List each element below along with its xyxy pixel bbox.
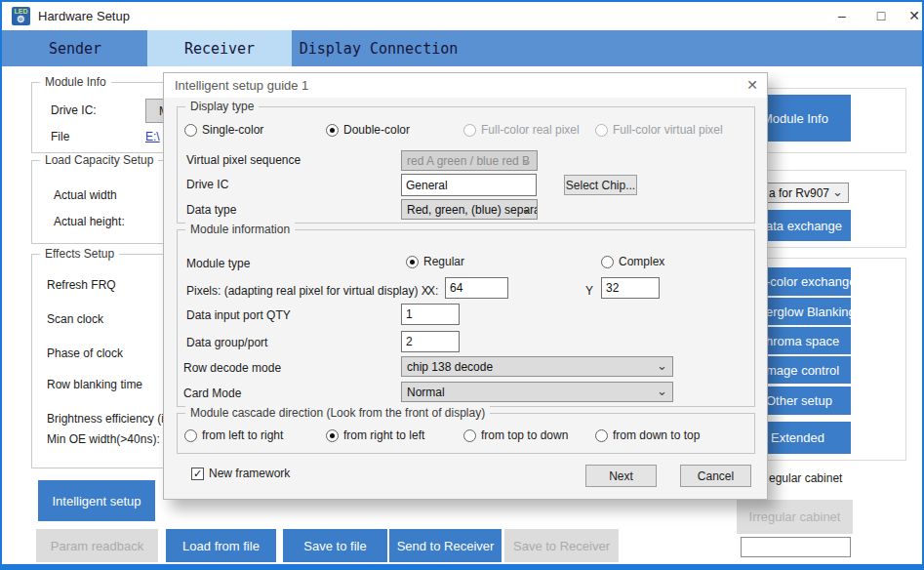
- title-bar: LED⚙ Hardware Setup – □ ✕: [2, 2, 922, 30]
- radio-regular[interactable]: Regular: [406, 255, 464, 268]
- select-chip-button[interactable]: Select Chip...: [564, 175, 637, 195]
- row-decode-mode-dropdown[interactable]: chip 138 decode ⌄: [401, 356, 673, 377]
- row-decode-mode-value: chip 138 decode: [407, 360, 493, 374]
- minimize-icon: –: [838, 8, 846, 23]
- display-type-legend: Display type: [185, 100, 259, 113]
- pixels-x-input[interactable]: [445, 277, 508, 299]
- radio-top-to-down[interactable]: from top to down: [463, 428, 568, 442]
- save-to-receiver-button[interactable]: Save to Receiver: [504, 529, 619, 562]
- tab-receiver[interactable]: Receiver: [147, 30, 292, 66]
- radio-circle-icon: [184, 429, 197, 442]
- module-type-label: Module type: [186, 257, 250, 270]
- data-type-value: Red, green, (blue) separa: [407, 203, 538, 217]
- card-mode-value: Normal: [407, 386, 445, 399]
- data-type-label: Data type: [186, 203, 236, 217]
- radio-single-color[interactable]: Single-color: [184, 123, 263, 137]
- radio-complex[interactable]: Complex: [601, 255, 664, 268]
- row-blanking-time-label: Row blanking time: [47, 378, 142, 391]
- param-readback-button[interactable]: Param readback: [36, 529, 158, 562]
- radio-circle-icon: [595, 124, 608, 137]
- save-to-file-button[interactable]: Save to file: [283, 529, 387, 562]
- brightness-efficiency-label: Brightness efficiency (ind: [47, 412, 177, 426]
- cascade-direction-legend: Module cascade direction (Look from the …: [185, 406, 490, 420]
- data-group-port-input[interactable]: [401, 331, 460, 352]
- virtual-pixel-sequence-value: red A green / blue red B: [407, 154, 530, 168]
- module-info-legend: Module Info: [40, 75, 111, 89]
- row-decode-mode-label: Row decode mode: [183, 361, 281, 375]
- hardware-setup-window: LED⚙ Hardware Setup – □ ✕ Sender Receive…: [0, 0, 924, 570]
- cabinet-value-input[interactable]: [741, 537, 851, 557]
- radio-circle-icon: [326, 124, 339, 137]
- rv907-dropdown-value: a for Rv907: [769, 186, 829, 200]
- drive-ic-label: Drive IC:: [51, 103, 97, 117]
- phase-of-clock-label: Phase of clock: [47, 346, 123, 360]
- radio-circle-icon: [601, 256, 614, 268]
- app-led-icon: LED⚙: [12, 7, 30, 25]
- regular-cabinet-label: egular cabinet: [769, 471, 842, 485]
- data-input-port-qty-input[interactable]: [401, 304, 460, 325]
- chevron-down-icon: ⌄: [521, 201, 532, 216]
- dialog-title-bar: Intelligent setup guide 1 ✕: [164, 73, 767, 98]
- pixels-y-input[interactable]: [601, 277, 660, 299]
- tab-display-connection[interactable]: Display Connection: [292, 30, 465, 66]
- intelligent-setup-dialog: Intelligent setup guide 1 ✕ Display type…: [163, 72, 768, 500]
- pixels-x-label: X:: [427, 284, 438, 298]
- chevron-down-icon: ⌄: [832, 184, 843, 199]
- checkbox-checkmark-icon: ✓: [191, 468, 204, 480]
- new-framework-checkbox[interactable]: ✓ New framework: [191, 467, 290, 480]
- cancel-button[interactable]: Cancel: [680, 465, 751, 487]
- radio-circle-icon: [406, 256, 419, 268]
- card-mode-dropdown[interactable]: Normal ⌄: [401, 382, 673, 402]
- radio-circle-icon: [463, 429, 476, 442]
- gear-icon: ⚙: [12, 15, 30, 24]
- intelligent-setup-button[interactable]: Intelligent setup: [38, 480, 155, 521]
- chevron-down-icon: ⌄: [521, 152, 532, 167]
- scan-clock-label: Scan clock: [47, 312, 103, 326]
- data-group-port-label: Data group/port: [186, 336, 267, 349]
- irregular-cabinet-button[interactable]: Irregular cabinet: [737, 500, 853, 534]
- maximize-button[interactable]: □: [864, 2, 898, 30]
- data-input-port-qty-label: Data input port QTY: [186, 308, 291, 322]
- dialog-drive-ic-label: Drive IC: [186, 178, 228, 191]
- maximize-icon: □: [877, 8, 885, 23]
- file-label: File: [51, 130, 69, 143]
- module-information-legend: Module information: [185, 223, 295, 236]
- close-button[interactable]: ✕: [898, 2, 924, 30]
- pixels-y-label: Y: [585, 284, 593, 298]
- data-type-dropdown[interactable]: Red, green, (blue) separa ⌄: [401, 199, 538, 220]
- tab-sender[interactable]: Sender: [3, 30, 147, 66]
- radio-circle-icon: [463, 124, 476, 137]
- chevron-down-icon: ⌄: [657, 384, 667, 398]
- virtual-pixel-sequence-label: Virtual pixel sequence: [186, 153, 301, 167]
- next-button[interactable]: Next: [585, 465, 657, 487]
- radio-circle-icon: [184, 124, 197, 137]
- dialog-close-button[interactable]: ✕: [746, 77, 758, 93]
- radio-down-to-top[interactable]: from down to top: [595, 428, 700, 442]
- file-path-link[interactable]: E:\: [145, 130, 160, 143]
- radio-circle-icon: [595, 429, 608, 442]
- load-from-file-button[interactable]: Load from file: [166, 529, 276, 562]
- chevron-down-icon: ⌄: [657, 358, 667, 373]
- radio-left-to-right[interactable]: from left to right: [184, 428, 283, 442]
- pixels-label: Pixels: (adapting real pixel for virtual…: [186, 284, 429, 298]
- virtual-pixel-sequence-dropdown: red A green / blue red B ⌄: [401, 150, 538, 171]
- send-to-receiver-button[interactable]: Send to Receiver: [389, 529, 502, 562]
- refresh-frq-label: Refresh FRQ: [47, 278, 116, 292]
- close-icon: ✕: [746, 77, 758, 93]
- minimize-button[interactable]: –: [825, 2, 859, 30]
- radio-circle-icon: [326, 429, 339, 442]
- tab-bar: Sender Receiver Display Connection: [2, 30, 922, 66]
- actual-height-label: Actual height:: [54, 215, 125, 228]
- radio-right-to-left[interactable]: from right to left: [326, 428, 424, 442]
- dialog-title: Intelligent setup guide 1: [175, 78, 308, 93]
- actual-width-label: Actual width: [54, 188, 117, 202]
- min-oe-width-label: Min OE width(>40ns): 3: [47, 432, 170, 446]
- drive-ic-input[interactable]: [401, 174, 537, 196]
- radio-double-color[interactable]: Double-color: [326, 123, 410, 137]
- radio-full-color-virtual-pixel: Full-color virtual pixel: [595, 123, 723, 137]
- radio-full-color-real-pixel: Full-color real pixel: [463, 123, 580, 137]
- load-capacity-legend: Load Capacity Setup: [40, 153, 158, 167]
- window-title: Hardware Setup: [38, 9, 130, 23]
- card-mode-label: Card Mode: [183, 387, 241, 400]
- close-icon: ✕: [908, 8, 920, 23]
